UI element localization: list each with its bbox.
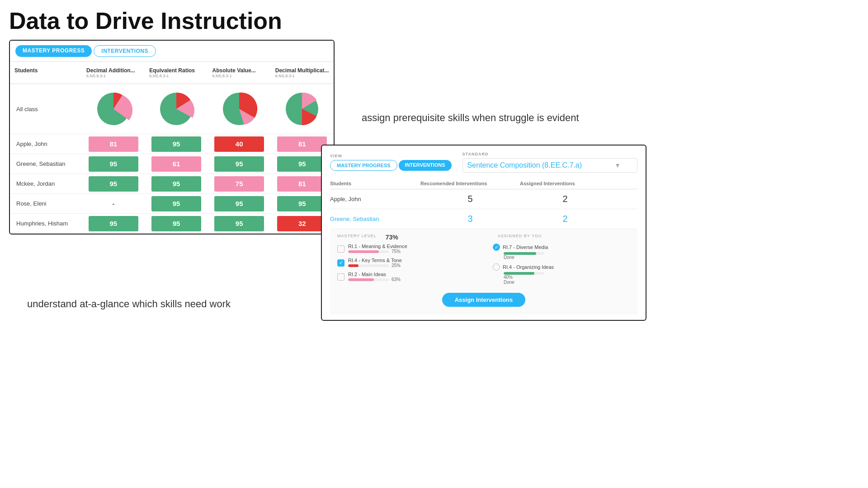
score-cell: 61: [145, 156, 208, 172]
student-name: Mckee, Jordan: [10, 180, 82, 187]
rp-table-row: Greene, Sebastian 3 2: [330, 209, 637, 229]
rp-table-header: Students Reccomended Interventions Assig…: [330, 178, 637, 189]
score-cell: 95: [145, 176, 208, 192]
score-cell: 95: [145, 136, 208, 152]
rp-tab-mastery[interactable]: MASTERY PROGRESS: [330, 160, 397, 171]
score-cell: 75: [208, 176, 271, 192]
left-tab-bar: MASTERY PROGRESS INTERVENTIONS: [10, 41, 334, 62]
rp-recommended-count: 3: [420, 214, 520, 224]
intervention-name: RI.4 - Key Terms & Tone: [348, 258, 402, 263]
assigned-item: RI.4 - Organizing Ideas 40% Done: [493, 263, 630, 285]
rp-student-name[interactable]: Greene, Sebastian: [330, 216, 420, 222]
rp-data-rows: Apple, John 5 2 Greene, Sebastian 3 2 MA…: [330, 189, 637, 314]
rp-tab-interventions[interactable]: INTERVENTIONS: [399, 160, 452, 171]
rp-assigned-count: 2: [520, 214, 610, 224]
th-decimal-addition: Decimal Addition... 6.NS.8.3-1: [82, 66, 145, 80]
table-row: Mckee, Jordan 95 95 75 81: [10, 174, 334, 194]
intervention-name: RI.2 - Main Ideas: [348, 272, 401, 277]
score-cell: -: [82, 196, 145, 211]
expanded-student-row: MASTERY LEVEL 73% ASSIGNED BY YOU RI.1 -…: [330, 229, 637, 314]
score-cell: 95: [82, 156, 145, 172]
caption-left: understand at-a-glance which skills need…: [27, 298, 231, 310]
assigned-item: ✓ RI.7 - Diverse Media Done: [493, 244, 630, 260]
score-cell: 95: [82, 216, 145, 231]
intervention-bar: 63%: [348, 277, 401, 282]
rp-standard-label: STANDARD: [462, 152, 637, 156]
intervention-checkbox[interactable]: [337, 273, 344, 281]
score-cell: 95: [145, 196, 208, 211]
rp-view-label: VIEW: [330, 154, 452, 158]
intervention-name: RI.1 - Meaning & Evidence: [348, 244, 407, 249]
rp-top-row: VIEW MASTERY PROGRESS INTERVENTIONS STAN…: [330, 152, 637, 173]
score-cell: 40: [208, 136, 271, 152]
assigned-interventions-list: ✓ RI.7 - Diverse Media Done: [484, 244, 630, 288]
rp-standard-select[interactable]: Sentence Composition (8.EE.C.7.a) ▼: [462, 158, 637, 173]
rp-assigned-count: 2: [520, 194, 610, 204]
score-cell: 95: [208, 156, 271, 172]
pie-cell-1: [82, 89, 145, 129]
student-name: Greene, Sebastian: [10, 160, 82, 167]
intervention-item: ✓ RI.4 - Key Terms & Tone 25%: [337, 258, 475, 268]
pie-cell-3: [208, 89, 271, 129]
th-students: Students: [10, 66, 82, 80]
rp-th-assigned: Assigned Interventions: [520, 181, 610, 186]
all-class-label: All class: [10, 106, 82, 113]
table-row: Greene, Sebastian 95 61 95 95: [10, 154, 334, 174]
rp-table-row: Apple, John 5 2: [330, 189, 637, 209]
assigned-checkbox[interactable]: [493, 263, 500, 271]
table-row: Humphries, Hisham 95 95 95 32: [10, 214, 334, 234]
tab-mastery-progress[interactable]: MASTERY PROGRESS: [15, 45, 92, 57]
table-row: Rose, Eleni - 95 95 95: [10, 194, 334, 214]
table-row: Apple, John 81 95 40 81: [10, 134, 334, 154]
score-cell: 95: [208, 216, 271, 231]
th-decimal-multiplicat: Decimal Multiplicat... 6.NS.8.3-1: [271, 66, 334, 80]
score-cell: 95: [145, 216, 208, 231]
page-title: Data to Drive Instruction: [0, 0, 868, 38]
intervention-item: RI.1 - Meaning & Evidence 75%: [337, 244, 475, 254]
table-header: Students Decimal Addition... 6.NS.8.3-1 …: [10, 62, 334, 84]
rp-tab-bar: MASTERY PROGRESS INTERVENTIONS: [330, 160, 452, 171]
rp-th-students: Students: [330, 181, 420, 186]
rp-student-name: Apple, John: [330, 196, 420, 202]
done-label: 40%: [504, 275, 630, 280]
pie-row: All class: [10, 84, 334, 134]
score-cell: 95: [208, 196, 271, 211]
score-cell: 81: [82, 136, 145, 152]
intervention-bar: 75%: [348, 249, 407, 254]
assigned-intervention-name: RI.7 - Diverse Media: [503, 244, 548, 250]
pie-cell-4: [271, 89, 334, 129]
intervention-bar: 25%: [348, 263, 402, 268]
caption-right: assign prerequisite skills when struggle…: [362, 112, 615, 124]
mastery-pct: 73%: [386, 234, 398, 241]
assign-interventions-button[interactable]: Assign Interventions: [442, 293, 526, 307]
tab-interventions[interactable]: INTERVENTIONS: [94, 45, 156, 57]
student-name: Rose, Eleni: [10, 200, 82, 207]
assigned-intervention-name: RI.4 - Organizing Ideas: [503, 264, 554, 270]
score-cell: 95: [82, 176, 145, 192]
data-rows: Apple, John 81 95 40 81 Greene, Sebastia…: [10, 134, 334, 234]
rp-recommended-count: 5: [420, 194, 520, 204]
assigned-checkbox[interactable]: ✓: [493, 244, 500, 251]
intervention-checkbox[interactable]: ✓: [337, 259, 344, 267]
rp-th-recommended: Reccomended Interventions: [420, 181, 520, 186]
interventions-list: RI.1 - Meaning & Evidence 75% ✓ RI.4 - K…: [337, 244, 475, 288]
left-panel: MASTERY PROGRESS INTERVENTIONS Students …: [9, 40, 335, 235]
student-name: Humphries, Hisham: [10, 220, 82, 227]
done-label: Done: [504, 255, 630, 260]
assigned-by-you-label: ASSIGNED BY YOU: [498, 234, 542, 241]
student-name: Apple, John: [10, 141, 82, 147]
right-panel: VIEW MASTERY PROGRESS INTERVENTIONS STAN…: [321, 145, 646, 321]
th-equivalent-ratios: Equivalent Ratios 6.NS.8.3-1: [145, 66, 208, 80]
intervention-item: RI.2 - Main Ideas 63%: [337, 272, 475, 282]
th-absolute-value: Absolute Value... 6.NS.8.3-1: [208, 66, 271, 80]
mastery-level-label: MASTERY LEVEL: [337, 234, 377, 241]
pie-cell-2: [145, 89, 208, 129]
intervention-checkbox[interactable]: [337, 245, 344, 253]
